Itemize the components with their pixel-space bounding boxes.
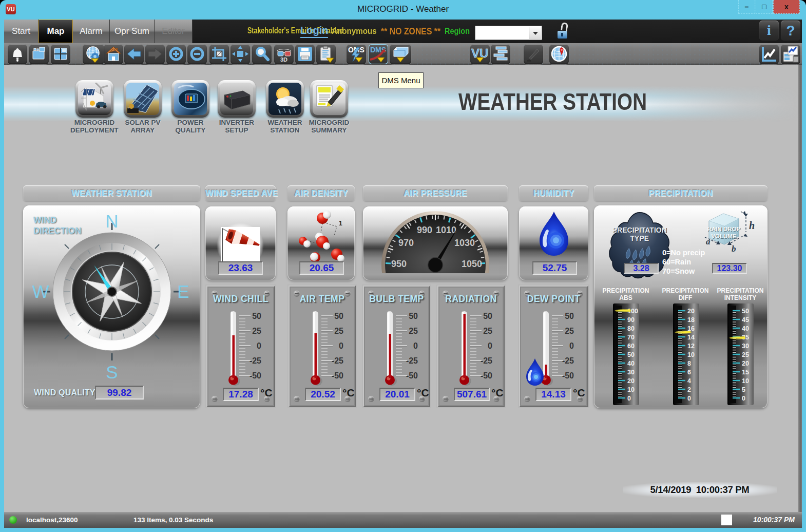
svg-text:DIFF: DIFF — [679, 294, 693, 301]
svg-text:30: 30 — [742, 343, 749, 350]
svg-text:ABS: ABS — [619, 294, 632, 301]
svg-text:0: 0 — [257, 341, 261, 350]
svg-text:6: 6 — [687, 369, 691, 376]
svg-text:-50: -50 — [562, 371, 574, 380]
svg-text:1030: 1030 — [454, 238, 475, 248]
svg-text:25: 25 — [334, 327, 343, 335]
svg-text:INTENSITY: INTENSITY — [724, 294, 757, 301]
svg-text:0: 0 — [413, 341, 418, 350]
svg-text:-50: -50 — [406, 371, 418, 380]
svg-text:950: 950 — [391, 259, 407, 269]
svg-text:TYPE: TYPE — [630, 234, 649, 242]
svg-text:12: 12 — [687, 343, 695, 350]
svg-text:4: 4 — [687, 377, 691, 385]
svg-text:-25: -25 — [250, 356, 261, 365]
svg-text:0: 0 — [488, 341, 492, 350]
svg-text:60=Rain: 60=Rain — [662, 258, 691, 266]
svg-text:90: 90 — [627, 316, 635, 324]
svg-text:25: 25 — [483, 327, 492, 335]
svg-text:2: 2 — [687, 386, 691, 393]
svg-text:E: E — [177, 281, 189, 301]
svg-text:50: 50 — [483, 312, 492, 320]
svg-text:70: 70 — [627, 334, 635, 341]
svg-text:40: 40 — [627, 360, 635, 367]
svg-text:0: 0 — [339, 341, 343, 350]
svg-text:25: 25 — [252, 327, 261, 335]
svg-text:-25: -25 — [481, 356, 492, 365]
svg-text:25: 25 — [409, 327, 418, 335]
svg-text:W: W — [32, 281, 49, 301]
svg-text:0: 0 — [687, 395, 691, 402]
svg-text:a: a — [706, 237, 711, 246]
svg-text:50: 50 — [565, 312, 574, 320]
svg-text:50: 50 — [252, 312, 261, 320]
svg-text:1050: 1050 — [462, 259, 482, 269]
svg-text:PRECIPITATION: PRECIPITATION — [717, 287, 764, 294]
svg-text:50: 50 — [409, 312, 418, 320]
svg-text:20: 20 — [627, 377, 635, 385]
svg-text:20: 20 — [742, 360, 749, 367]
svg-text:45: 45 — [742, 316, 749, 324]
svg-text:25: 25 — [742, 351, 749, 358]
svg-text:0: 0 — [627, 395, 631, 402]
svg-text:0: 0 — [569, 341, 574, 350]
svg-text:-25: -25 — [332, 356, 343, 365]
svg-text:10: 10 — [742, 377, 749, 385]
svg-text:80: 80 — [627, 325, 635, 332]
svg-text:RAIN DROP: RAIN DROP — [707, 226, 741, 232]
svg-text:0: 0 — [742, 395, 745, 402]
svg-text:1010: 1010 — [436, 225, 456, 235]
svg-text:40: 40 — [742, 325, 749, 332]
svg-text:20: 20 — [687, 308, 695, 315]
svg-text:-25: -25 — [562, 356, 574, 365]
svg-text:VOLUME: VOLUME — [711, 233, 737, 239]
svg-text:10: 10 — [687, 351, 695, 358]
svg-text:-50: -50 — [332, 371, 343, 380]
svg-text:PRECIPITATION: PRECIPITATION — [662, 287, 709, 294]
svg-text:1: 1 — [339, 220, 342, 227]
svg-text:PRECIPITATION: PRECIPITATION — [603, 287, 649, 294]
svg-text:60: 60 — [627, 343, 635, 350]
svg-text:b: b — [732, 244, 736, 254]
svg-text:-25: -25 — [406, 356, 418, 365]
svg-text:5: 5 — [742, 386, 745, 393]
svg-text:990: 990 — [417, 225, 432, 235]
svg-text:15: 15 — [742, 369, 749, 376]
svg-text:50: 50 — [334, 312, 343, 320]
svg-text:25: 25 — [565, 327, 574, 335]
svg-text:-50: -50 — [481, 371, 492, 380]
svg-text:PRECIPITATION: PRECIPITATION — [612, 226, 667, 234]
svg-text:970: 970 — [398, 238, 414, 248]
svg-text:18: 18 — [687, 316, 695, 324]
svg-text:0=No precip: 0=No precip — [662, 249, 705, 257]
svg-text:30: 30 — [627, 369, 635, 376]
svg-text:3D: 3D — [280, 56, 287, 63]
svg-text:50: 50 — [627, 351, 635, 358]
svg-text:50: 50 — [742, 308, 749, 315]
svg-text:10: 10 — [627, 386, 635, 393]
svg-text:14: 14 — [687, 334, 695, 341]
svg-text:N: N — [105, 211, 118, 231]
svg-text:8: 8 — [687, 360, 691, 367]
svg-text:-50: -50 — [250, 371, 261, 380]
svg-text:h: h — [749, 220, 755, 231]
svg-text:S: S — [106, 362, 118, 382]
svg-text:70=Snow: 70=Snow — [662, 267, 695, 275]
